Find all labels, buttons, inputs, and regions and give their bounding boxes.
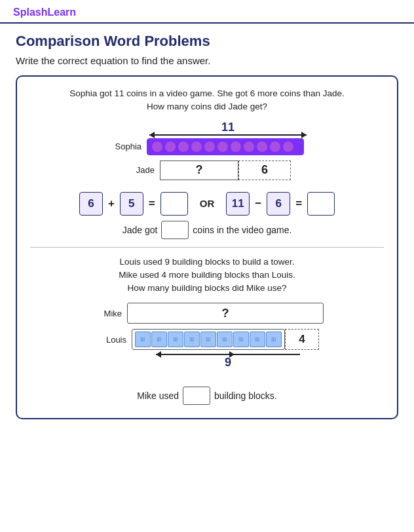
- sophia-row: Sophia: [110, 138, 304, 155]
- mike-row: Mike ?: [90, 303, 324, 324]
- jade-label: Jade: [123, 165, 160, 175]
- sentence1-suffix: coins in the video game.: [193, 225, 292, 235]
- sentence2-prefix: Mike used: [137, 390, 179, 401]
- mike-question: ?: [222, 307, 229, 320]
- problem1-text: Sophia got 11 coins in a video game. She…: [30, 87, 384, 114]
- coin: [178, 141, 189, 153]
- eq1-plus: +: [108, 197, 115, 210]
- louis-label: Louis: [95, 335, 132, 345]
- jade-row: Jade ? 6: [123, 161, 291, 180]
- block: ⊞: [200, 332, 216, 347]
- eq1-a: 6: [79, 192, 103, 216]
- block: ⊞: [217, 332, 233, 347]
- block: ⊞: [184, 332, 200, 347]
- coin: [269, 141, 281, 153]
- eq2-equals: =: [295, 197, 302, 210]
- block: ⊞: [135, 332, 151, 347]
- block: ⊞: [168, 332, 183, 347]
- coin: [151, 141, 163, 153]
- eq1-b: 5: [120, 192, 143, 216]
- p1-number-above: 11: [221, 121, 235, 134]
- mike-bar[interactable]: ?: [127, 303, 324, 324]
- page-subtitle: Write the correct equation to find the a…: [16, 55, 398, 66]
- eq1-equals: =: [149, 197, 155, 210]
- eq1-answer[interactable]: [160, 192, 188, 216]
- eq2-a: 11: [226, 192, 250, 216]
- coin: [282, 141, 294, 153]
- eq2-b: 6: [267, 192, 290, 216]
- p2-line2: Mike used 4 more building blocks than Lo…: [119, 270, 295, 280]
- sentence1-input[interactable]: [161, 221, 189, 239]
- block: ⊞: [266, 332, 282, 347]
- or-label: OR: [200, 198, 215, 209]
- page-content: Comparison Word Problems Write the corre…: [0, 24, 414, 432]
- page-title: Comparison Word Problems: [16, 33, 398, 50]
- mike-label: Mike: [90, 309, 127, 318]
- logo: SplashLearn: [13, 7, 76, 18]
- logo-learn: Learn: [47, 7, 76, 18]
- main-card: Sophia got 11 coins in a video game. She…: [16, 75, 398, 419]
- louis-four-box: 4: [285, 329, 319, 350]
- p2-line3: How many building blocks did Mike use?: [127, 283, 286, 293]
- problem2-text: Louis used 9 building blocks to build a …: [30, 256, 384, 295]
- coin: [243, 141, 255, 153]
- diagram2: Mike ? Louis ⊞ ⊞ ⊞ ⊞ ⊞ ⊞ ⊞: [30, 303, 384, 370]
- coin: [204, 141, 216, 153]
- jade-six-box: 6: [238, 161, 291, 180]
- coin: [217, 141, 229, 153]
- logo-splash: Splash: [13, 7, 47, 18]
- p1-line1: Sophia got 11 coins in a video game. She…: [69, 88, 345, 98]
- sentence2-input[interactable]: [183, 387, 210, 405]
- sentence2-row: Mike used building blocks.: [30, 387, 384, 405]
- sentence1-row: Jade got coins in the video game.: [30, 221, 384, 239]
- block: ⊞: [151, 332, 167, 347]
- louis-row: Louis ⊞ ⊞ ⊞ ⊞ ⊞ ⊞ ⊞ ⊞ ⊞ 4: [95, 329, 319, 350]
- header: SplashLearn: [0, 0, 414, 24]
- sentence1-prefix: Jade got: [122, 225, 158, 235]
- sophia-label: Sophia: [110, 142, 147, 151]
- sophia-bar: [147, 138, 304, 155]
- block: ⊞: [250, 332, 265, 347]
- p1-line2: How many coins did Jade get?: [147, 102, 267, 111]
- coin: [230, 141, 242, 153]
- eq2-minus: −: [255, 197, 261, 210]
- equation-row: 6 + 5 = OR 11 − 6 =: [30, 192, 384, 216]
- divider: [30, 247, 384, 248]
- diagram1: 11 Sophia: [30, 121, 384, 183]
- p2-line1: Louis used 9 building blocks to build a …: [119, 257, 294, 267]
- coin: [191, 141, 202, 153]
- louis-blocks: ⊞ ⊞ ⊞ ⊞ ⊞ ⊞ ⊞ ⊞ ⊞: [132, 329, 285, 350]
- coin: [164, 141, 176, 153]
- sentence2-suffix: building blocks.: [214, 390, 277, 401]
- jade-question-box[interactable]: ?: [160, 161, 238, 180]
- block: ⊞: [233, 332, 249, 347]
- p2-number-below: 9: [225, 356, 231, 370]
- coin: [256, 141, 268, 153]
- eq2-answer[interactable]: [307, 192, 335, 216]
